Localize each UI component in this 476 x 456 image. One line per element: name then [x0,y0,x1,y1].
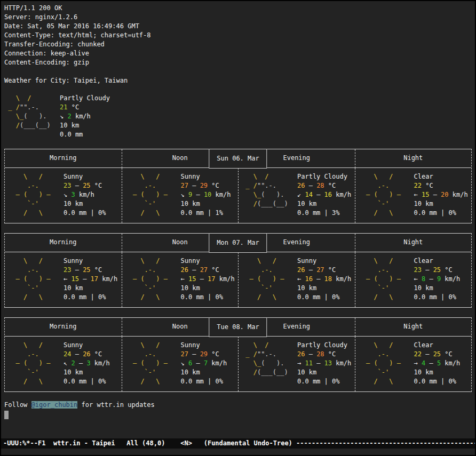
condition-label: Sunny [297,257,355,266]
condition-label: Partly Cloudy [297,172,355,181]
twitter-handle-link[interactable]: @igor_chubin [31,401,78,409]
wind-speed: ← 15 – 20 km/h [414,190,472,199]
terminal-screen: HTTP/1.1 200 OK Server: nginx/1.2.6 Date… [1,1,475,455]
condition-label: Sunny [181,172,239,181]
wind-direction-icon: ← [64,275,71,283]
partly-cloudy-icon: \ / _ /"".-. \_( ). /(___(__) [239,172,297,218]
sunny-icon: \ / .-. ― ( ) ― `-' / \ [122,341,181,386]
wind-direction-icon: → [297,359,305,367]
visibility-value: 10 km [414,199,472,209]
wind-speed: ← 15 – 17 km/h [64,275,122,284]
sunny-icon: \ / .-. ― ( ) ― `-' / \ [122,257,181,302]
visibility-value: 10 km [297,199,355,209]
precipitation-value: 0.0 mm | 0% [414,209,472,218]
wind-direction-icon: ↘ [64,191,71,198]
sunny-icon: \ / .-. ― ( ) ― `-' / \ [239,257,297,302]
temperature-value: 21 °C [60,103,472,112]
visibility-value: 10 km [181,368,239,377]
visibility-value: 10 km [414,284,472,293]
date-box: Tue 08. Mar [209,317,267,337]
visibility-value: 10 km [181,199,239,209]
wind-speed: ↖ 2 – 3 km/h [64,359,122,368]
wind-direction-icon: → [414,359,422,367]
http-header-line: Date: Sat, 05 Mar 2016 16:49:46 GMT [4,22,472,31]
precipitation-value: 0.0 mm | 3% [297,209,355,218]
precipitation-value: 0.0 mm | 0% [64,293,122,302]
forecast-cell: \ / _ /"".-. \_( ). /(___(__) Partly Clo… [238,337,355,391]
forecast-cell: \ / .-. ― ( ) ― `-' / \ Sunny 26 – 27 °C… [238,252,355,307]
forecast-day: Mon 07. Mar Morning Noon Evening Night \… [4,233,472,308]
condition-label: Partly Cloudy [60,94,472,103]
forecast-cell: \ / .-. ― ( ) ― `-' / \ Sunny 27 – 29 °C… [122,337,239,391]
temperature-range: 26 – 27 °C [181,266,239,275]
current-weather: \ / _ /"".-. \_( ). /(___(__) Partly Clo… [4,94,472,139]
visibility-value: 10 km [414,368,472,377]
temperature-range: 26 – 27 °C [297,266,355,275]
emacs-modeline: -UUU:%*--F1 wttr.in - Taipei All (48,0) … [1,438,475,449]
wind-speed: ↘ 6 – 7 km/h [181,359,239,368]
temperature-range: 26 – 28 °C [297,350,355,359]
wind-speed: → 4 – 5 km/h [414,359,472,368]
precipitation-value: 0.0 mm | 0% [414,377,472,386]
date-box: Mon 07. Mar [209,233,267,253]
forecast-cell: \ / .-. ― ( ) ― `-' / \ Sunny 23 – 25 °C… [5,252,122,307]
condition-label: Sunny [64,257,122,266]
condition-label: Sunny [181,257,239,266]
wind-direction-icon: ↙ [297,191,305,198]
precipitation-value: 0.0 mm | 0% [414,293,472,302]
wind-speed: ← 8 – 9 km/h [414,275,472,284]
follow-line: Follow @igor_chubin for wttr.in updates [4,401,472,410]
wind-speed: → 11 – 13 km/h [297,359,355,368]
text-cursor [4,411,9,419]
wind-low-value: 2 [67,113,71,120]
forecast-cell: \ / .-. ― ( ) ― `-' / \ Sunny 27 – 29 °C… [122,168,239,223]
temperature-range: 23 – 25 °C [64,266,122,275]
wind-speed: ↙ 14 – 16 km/h [297,190,355,199]
wind-speed: ← 16 – 18 km/h [297,275,355,284]
wind-direction-icon: ← [414,191,422,198]
condition-label: Clear [414,341,472,350]
sunny-icon: \ / .-. ― ( ) ― `-' / \ [5,341,64,386]
precipitation-value: 0.0 mm | 0% [297,293,355,302]
temp-low-value: 21 [60,103,67,111]
temperature-range: 23 – 25 °C [414,266,472,275]
sunny-icon: \ / .-. ― ( ) ― `-' / \ [355,341,414,386]
column-header-morning: Morning [5,234,122,252]
temperature-range: 23 – 25 °C [64,181,122,190]
http-header-line: Content-Encoding: gzip [4,58,472,67]
temperature-range: 26 – 28 °C [297,181,355,190]
visibility-value: 10 km [64,284,122,293]
forecast-cell: \ / .-. ― ( ) ― `-' / \ Clear 22 °C ← 15… [355,168,472,223]
precipitation-value: 0.0 mm | 1% [181,209,239,218]
forecast-cell: \ / .-. ― ( ) ― `-' / \ Sunny 24 – 26 °C… [5,337,122,391]
modeline-dashes: ----------------------------------------… [296,439,475,447]
forecast-cell: \ / _ /"".-. \_( ). /(___(__) Partly Clo… [238,168,355,223]
wind-speed: ↘ 2 km/h [60,112,472,121]
precipitation-value: 0.0 mm [60,130,472,139]
precipitation-value: 0.0 mm | 0% [64,209,122,218]
visibility-value: 10 km [64,368,122,377]
forecast-cell: \ / .-. ― ( ) ― `-' / \ Sunny 23 – 25 °C… [5,168,122,223]
visibility-value: 10 km [60,121,472,130]
condition-label: Clear [414,172,472,181]
condition-label: Clear [414,257,472,266]
temperature-range: 22 – 25 °C [414,350,472,359]
sunny-icon: \ / .-. ― ( ) ― `-' / \ [5,172,64,218]
visibility-value: 10 km [297,284,355,293]
wind-speed: ← 15 – 17 km/h [181,275,239,284]
http-header-line: Transfer-Encoding: chunked [4,40,472,49]
wind-direction-icon: ← [297,275,305,283]
date-box: Sun 06. Mar [209,149,267,169]
forecast-cell: \ / .-. ― ( ) ― `-' / \ Sunny 26 – 27 °C… [122,252,239,307]
sunny-icon: \ / .-. ― ( ) ― `-' / \ [5,257,64,302]
forecast-cell: \ / .-. ― ( ) ― `-' / \ Clear 23 – 25 °C… [355,252,472,307]
http-header-line: Content-Type: text/html; charset=utf-8 [4,31,472,40]
forecast-cell: \ / .-. ― ( ) ― `-' / \ Clear 22 – 25 °C… [355,337,472,391]
location-heading: Weather for City: Taipei, Taiwan [4,76,472,85]
precipitation-value: 0.0 mm | 0% [181,377,239,386]
column-header-night: Night [355,149,472,168]
temperature-range: 22 °C [414,181,472,190]
visibility-value: 10 km [64,199,122,209]
condition-label: Sunny [64,341,122,350]
column-header-night: Night [355,318,472,337]
